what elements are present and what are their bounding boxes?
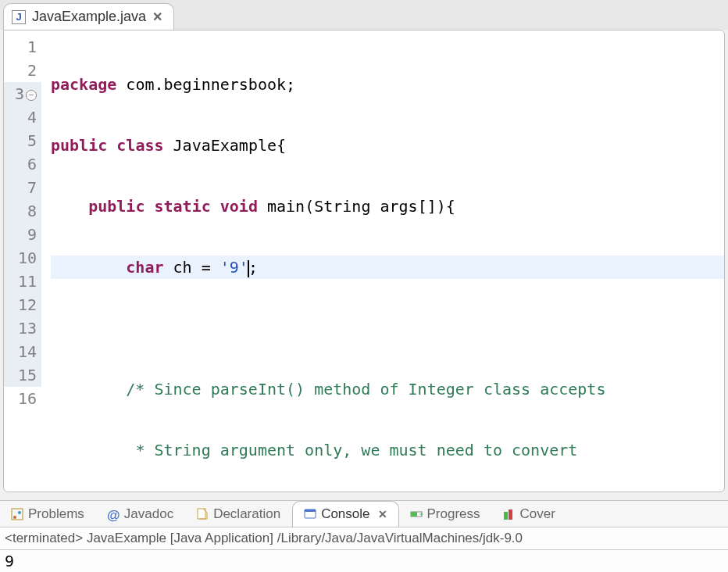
tab-console[interactable]: Console ✕ <box>292 501 398 527</box>
line-number: 16 <box>4 387 41 410</box>
fold-toggle-icon[interactable] <box>26 90 37 101</box>
code-line[interactable]: public static void main(String args[]){ <box>51 195 724 218</box>
bottom-panel: Problems @ Javadoc Declaration Console ✕… <box>0 500 728 572</box>
bottom-tab-bar: Problems @ Javadoc Declaration Console ✕… <box>0 501 728 527</box>
code-line-current[interactable]: char ch = '9'; <box>51 256 724 279</box>
svg-rect-5 <box>305 509 316 512</box>
java-file-icon: J <box>12 10 26 24</box>
progress-icon <box>410 508 423 520</box>
panel-divider[interactable] <box>0 492 728 500</box>
declaration-icon <box>196 508 209 520</box>
line-number: 6 <box>4 152 41 176</box>
tab-label: Progress <box>427 506 480 522</box>
line-number: 13 <box>4 316 41 340</box>
line-number: 9 <box>4 223 41 246</box>
line-number: 10 <box>4 246 41 270</box>
editor-tab-label: JavaExample.java <box>32 9 146 25</box>
tab-label: Javadoc <box>124 506 173 522</box>
tab-label: Declaration <box>213 506 280 522</box>
console-launch-info: <terminated> JavaExample [Java Applicati… <box>0 527 728 550</box>
line-number: 1 <box>4 35 41 59</box>
console-icon <box>304 508 316 520</box>
line-number: 15 <box>4 363 41 387</box>
tab-coverage[interactable]: Cover <box>492 502 567 527</box>
tab-label: Console <box>321 506 369 522</box>
code-line[interactable]: * String argument only, we must need to … <box>51 438 724 462</box>
javadoc-icon: @ <box>107 508 120 520</box>
coverage-icon <box>503 508 516 520</box>
line-number-gutter: 1 2 3 4 5 6 7 8 9 10 11 12 13 14 15 16 <box>4 30 46 492</box>
code-line[interactable]: /* Since parseInt() method of Integer cl… <box>51 377 724 401</box>
code-line[interactable]: package com.beginnersbook; <box>51 73 724 96</box>
tab-declaration[interactable]: Declaration <box>185 502 292 527</box>
svg-rect-7 <box>411 512 417 517</box>
svg-rect-9 <box>509 509 512 520</box>
line-number: 3 <box>4 82 41 105</box>
line-number: 14 <box>4 340 41 363</box>
editor-tab-bar: J JavaExample.java ✕ <box>0 0 728 30</box>
svg-point-1 <box>13 516 16 519</box>
line-number: 2 <box>4 59 41 82</box>
tab-progress[interactable]: Progress <box>399 502 492 527</box>
code-area[interactable]: package com.beginnersbook; public class … <box>51 30 724 492</box>
code-line[interactable] <box>51 316 724 340</box>
close-icon[interactable]: ✕ <box>378 508 387 520</box>
close-icon[interactable]: ✕ <box>152 9 162 24</box>
svg-rect-8 <box>504 512 508 520</box>
line-number: 12 <box>4 293 41 316</box>
tab-label: Cover <box>520 506 555 522</box>
line-number: 8 <box>4 199 41 223</box>
code-line[interactable]: public class JavaExample{ <box>51 134 724 157</box>
line-number: 4 <box>4 105 41 129</box>
line-number: 11 <box>4 270 41 293</box>
line-number: 5 <box>4 129 41 152</box>
tab-problems[interactable]: Problems <box>0 502 96 527</box>
svg-point-2 <box>18 511 21 514</box>
tab-javadoc[interactable]: @ Javadoc <box>96 502 185 527</box>
tab-label: Problems <box>28 506 84 522</box>
svg-rect-0 <box>12 509 23 520</box>
console-output[interactable]: 9 <box>0 550 728 572</box>
code-editor[interactable]: 1 2 3 4 5 6 7 8 9 10 11 12 13 14 15 16 p… <box>3 30 725 492</box>
problems-icon <box>11 508 23 520</box>
editor-tab-javaexample[interactable]: J JavaExample.java ✕ <box>3 3 174 30</box>
line-number: 7 <box>4 176 41 199</box>
